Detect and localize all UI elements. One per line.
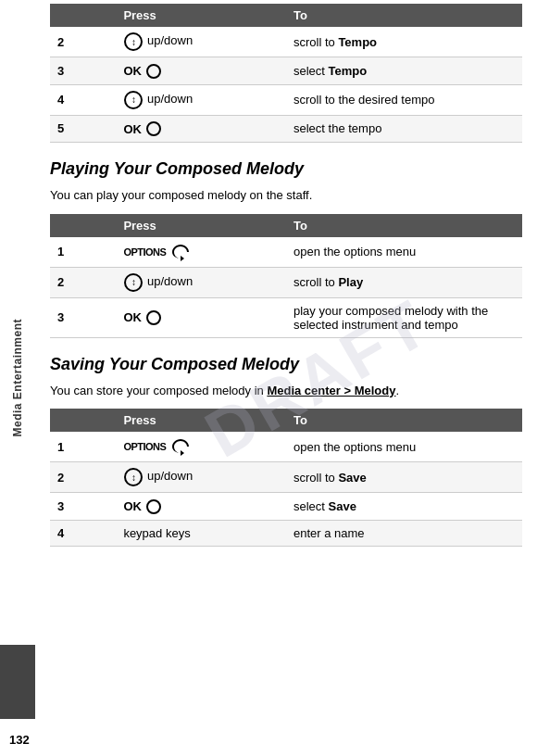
key-label: Tempo bbox=[329, 64, 368, 78]
press-cell: ↕ up/down bbox=[116, 27, 286, 57]
saving-table-header-to: To bbox=[286, 409, 522, 432]
to-cell: play your composed melody with the selec… bbox=[286, 297, 522, 337]
saving-table-header-press: Press bbox=[116, 409, 286, 432]
table-row: 3 OK select Save bbox=[50, 493, 522, 521]
saving-section: Saving Your Composed Melody You can stor… bbox=[50, 355, 522, 547]
saving-table: Press To 1 OPTIONS open the opt bbox=[50, 409, 522, 547]
playing-table-header-press: Press bbox=[116, 214, 286, 237]
table-row: 2 ↕ up/down scroll to Tempo bbox=[50, 27, 522, 57]
up-down-icon: ↕ bbox=[124, 32, 143, 51]
saving-intro-suffix: . bbox=[395, 384, 399, 397]
up-down-icon: ↕ bbox=[124, 468, 143, 486]
to-cell: scroll to the desired tempo bbox=[286, 84, 522, 115]
press-label: up/down bbox=[147, 92, 193, 106]
table-row: 2 ↕ up/down scroll to Save bbox=[50, 462, 522, 493]
step-number: 3 bbox=[50, 297, 116, 337]
step-number: 5 bbox=[50, 115, 116, 143]
page-number: 132 bbox=[9, 733, 30, 747]
top-table-header-step bbox=[50, 4, 116, 27]
key-label: Save bbox=[338, 471, 366, 485]
press-label: up/down bbox=[147, 274, 193, 288]
main-content: Press To 2 ↕ up/down scroll to Tempo 3 O bbox=[35, 0, 537, 580]
top-table-header-to: To bbox=[286, 4, 522, 27]
press-label: up/down bbox=[147, 33, 193, 47]
saving-table-header-step bbox=[50, 409, 116, 432]
ok-icon bbox=[146, 64, 161, 79]
key-label: Save bbox=[329, 499, 356, 513]
top-table-header-press: Press bbox=[116, 4, 286, 27]
playing-section: Playing Your Composed Melody You can pla… bbox=[50, 159, 522, 338]
saving-heading: Saving Your Composed Melody bbox=[50, 355, 522, 374]
options-icon bbox=[171, 243, 190, 261]
saving-intro: You can store your composed melody in Me… bbox=[50, 382, 522, 400]
press-label: up/down bbox=[147, 470, 193, 484]
top-section: Press To 2 ↕ up/down scroll to Tempo 3 O bbox=[50, 0, 522, 143]
press-cell: OPTIONS bbox=[116, 237, 286, 268]
to-cell: select Save bbox=[286, 493, 522, 521]
table-row: 3 OK play your composed melody with the … bbox=[50, 297, 522, 337]
to-cell: select Tempo bbox=[286, 57, 522, 85]
ok-label: OK bbox=[123, 310, 142, 324]
table-row: 3 OK select Tempo bbox=[50, 57, 522, 85]
up-down-icon: ↕ bbox=[124, 273, 143, 292]
sidebar-label: Media Entertainment bbox=[11, 319, 24, 437]
step-number: 3 bbox=[50, 57, 116, 85]
top-table: Press To 2 ↕ up/down scroll to Tempo 3 O bbox=[50, 4, 522, 143]
step-number: 1 bbox=[50, 237, 116, 268]
press-cell: OK bbox=[116, 57, 286, 85]
bottom-tab bbox=[0, 645, 35, 719]
press-cell: ↕ up/down bbox=[116, 267, 286, 297]
step-number: 2 bbox=[50, 267, 116, 297]
table-row: 2 ↕ up/down scroll to Play bbox=[50, 267, 522, 297]
to-cell: select the tempo bbox=[286, 115, 522, 143]
options-label: OPTIONS bbox=[123, 246, 166, 258]
ok-label: OK bbox=[123, 499, 142, 513]
ok-icon bbox=[146, 499, 161, 514]
press-cell: keypad keys bbox=[116, 520, 286, 546]
press-cell: ↕ up/down bbox=[116, 462, 286, 493]
playing-table-header-step bbox=[50, 214, 116, 237]
ok-label: OK bbox=[123, 122, 142, 136]
step-number: 4 bbox=[50, 84, 116, 115]
press-cell: OK bbox=[116, 115, 286, 143]
ok-icon bbox=[146, 121, 161, 136]
step-number: 2 bbox=[50, 27, 116, 57]
up-down-icon: ↕ bbox=[124, 91, 143, 109]
step-number: 1 bbox=[50, 432, 116, 462]
table-row: 5 OK select the tempo bbox=[50, 115, 522, 143]
playing-intro: You can play your composed melody on the… bbox=[50, 186, 522, 205]
options-label: OPTIONS bbox=[123, 441, 166, 452]
playing-heading: Playing Your Composed Melody bbox=[50, 159, 522, 179]
press-cell: ↕ up/down bbox=[116, 84, 286, 115]
press-cell: OK bbox=[116, 493, 286, 521]
table-row: 1 OPTIONS open the options menu bbox=[50, 432, 522, 462]
to-cell: open the options menu bbox=[286, 237, 522, 268]
to-cell: enter a name bbox=[286, 520, 522, 546]
playing-table: Press To 1 OPTIONS open the opt bbox=[50, 214, 522, 338]
saving-intro-bold: Media center > Melody bbox=[267, 384, 395, 397]
playing-table-header-to: To bbox=[286, 214, 522, 237]
step-number: 2 bbox=[50, 462, 116, 493]
saving-intro-prefix: You can store your composed melody in bbox=[50, 384, 267, 397]
press-label: keypad keys bbox=[123, 526, 190, 540]
ok-label: OK bbox=[123, 64, 142, 78]
to-cell: scroll to Play bbox=[286, 267, 522, 297]
to-cell: open the options menu bbox=[286, 432, 522, 462]
step-number: 4 bbox=[50, 520, 116, 546]
sidebar: Media Entertainment bbox=[0, 0, 35, 756]
table-row: 1 OPTIONS open the options menu bbox=[50, 237, 522, 268]
ok-icon bbox=[146, 310, 161, 325]
press-cell: OK bbox=[116, 297, 286, 337]
to-cell: scroll to Save bbox=[286, 462, 522, 493]
options-icon bbox=[171, 437, 190, 456]
key-label: Play bbox=[338, 275, 363, 289]
step-number: 3 bbox=[50, 493, 116, 521]
key-label: Tempo bbox=[338, 35, 377, 49]
table-row: 4 keypad keys enter a name bbox=[50, 520, 522, 546]
press-cell: OPTIONS bbox=[116, 432, 286, 462]
to-cell: scroll to Tempo bbox=[286, 27, 522, 57]
table-row: 4 ↕ up/down scroll to the desired tempo bbox=[50, 84, 522, 115]
